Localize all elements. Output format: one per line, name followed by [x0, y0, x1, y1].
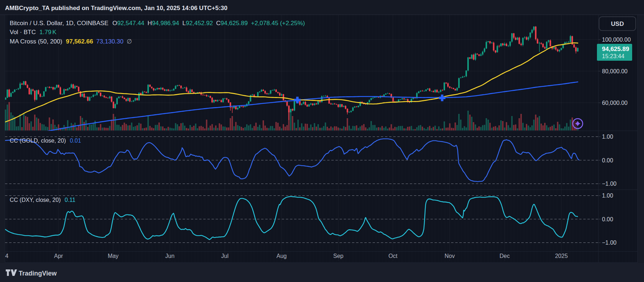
svg-text:−1.00: −1.00	[602, 181, 617, 187]
svg-text:Dec: Dec	[500, 253, 510, 259]
svg-text:CC (GOLD, close, 20)0.01: CC (GOLD, close, 20)0.01	[10, 138, 81, 144]
svg-text:0.00: 0.00	[602, 157, 613, 163]
svg-text:1.00: 1.00	[602, 193, 613, 199]
svg-text:4: 4	[5, 253, 9, 259]
svg-text:−1.00: −1.00	[602, 240, 617, 246]
svg-text:Oct: Oct	[389, 253, 398, 259]
svg-text:CC (DXY, close, 20)0.11: CC (DXY, close, 20)0.11	[10, 197, 75, 203]
svg-text:AMBCrypto_TA published on Trad: AMBCrypto_TA published on TradingView.co…	[5, 5, 227, 11]
svg-text:Jul: Jul	[221, 253, 228, 259]
svg-text:Aug: Aug	[277, 253, 287, 259]
svg-text:1.00: 1.00	[602, 134, 613, 140]
svg-text:Nov: Nov	[445, 253, 455, 259]
svg-text:80,000.00: 80,000.00	[602, 68, 627, 74]
svg-text:Bitcoin / U.S. Dollar, 1D, COI: Bitcoin / U.S. Dollar, 1D, COINBASEO92,5…	[10, 20, 305, 27]
svg-text:Sep: Sep	[333, 253, 344, 259]
svg-text:Apr: Apr	[54, 253, 64, 259]
svg-text:MA Cross (50, 200)97,562.6673,: MA Cross (50, 200)97,562.6673,130.30∅	[10, 38, 132, 45]
svg-text:60,000.00: 60,000.00	[602, 100, 627, 106]
svg-text:15:23:44: 15:23:44	[602, 53, 624, 59]
svg-text:2025: 2025	[555, 253, 568, 259]
svg-text:TradingView: TradingView	[19, 270, 57, 277]
svg-text:Vol · BTC1.79K: Vol · BTC1.79K	[10, 29, 57, 36]
svg-text:0.00: 0.00	[602, 216, 613, 222]
svg-text:USD: USD	[611, 20, 624, 27]
svg-text:100,000.00: 100,000.00	[602, 37, 631, 43]
svg-text:May: May	[108, 253, 119, 259]
svg-text:Jun: Jun	[165, 253, 175, 259]
svg-text:94,625.89: 94,625.89	[602, 46, 629, 52]
